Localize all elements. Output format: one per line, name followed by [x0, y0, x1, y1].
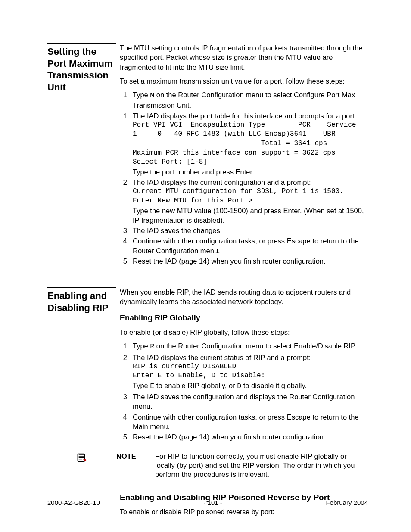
section-mtu: Setting the Port Maxi­mum Transmis­sion … [47, 43, 368, 270]
rip-step2-post-d: D [237, 382, 241, 390]
footer-center: - 101 - [203, 499, 222, 506]
section-rip: Enabling and Dis­abling RIP When you ena… [47, 287, 368, 446]
note-icon-col [47, 452, 116, 466]
side-heading-rip: Enabling and Dis­abling RIP [47, 287, 116, 314]
rip-step-1: Type R on the Router Configuration menu … [131, 341, 368, 352]
rip-step2-post-e: to disable it globally. [241, 382, 307, 389]
footer-right: February 2004 [326, 499, 368, 506]
note-block: NOTE For RIP to function correctly, you … [47, 449, 368, 482]
mtu-step1-code: M [150, 91, 154, 100]
mtu-step1-post: on the Router Configuration menu to sele… [133, 91, 355, 109]
rip-poisoned-intro: To enable or disable RIP poisoned revers… [120, 508, 368, 516]
rip-step2-code: RIP is currently DISABLED Enter E to Ena… [133, 362, 368, 381]
mtu-step-2: The IAD displays the current configurati… [131, 177, 368, 225]
mtu-step1b-post: Type the port number and press Enter. [133, 168, 254, 176]
page-footer: 2000-A2-GB20-10 - 101 - February 2004 [47, 499, 368, 506]
rip-step-3: The IAD saves the configuration and disp… [131, 392, 368, 411]
rip-step-5: Reset the IAD (page 14) when you finish … [131, 432, 368, 442]
note-text: For RIP to function correctly, you must … [155, 452, 368, 479]
rip-steps: Type R on the Router Configuration menu … [120, 341, 368, 442]
rip-step2-post-b: E [150, 382, 154, 390]
mtu-step1-pre: Type [133, 91, 150, 99]
rip-step1-post: on the Router Configuration menu to sele… [154, 342, 356, 350]
mtu-step-1: Type M on the Router Configuration menu … [131, 90, 368, 110]
mtu-step1b-text: The IAD displays the port table for this… [133, 112, 356, 120]
rip-step-2: The IAD displays the current status of R… [131, 353, 368, 392]
rip-subintro: To enable (or disable) RIP globally, fol… [120, 327, 368, 337]
mtu-step2-text: The IAD displays the current configurati… [133, 178, 311, 186]
body-rip: When you enable RIP, the IAD sends routi… [120, 287, 368, 446]
mtu-step2-post: Type the new MTU value (100-1500) and pr… [133, 207, 364, 224]
note-hand-icon [76, 453, 87, 466]
note-label: NOTE [116, 452, 155, 461]
rip-step-4: Continue with other configuration tasks,… [131, 412, 368, 432]
mtu-intro-1: The MTU setting controls IP fragmentatio… [120, 43, 368, 72]
mtu-steps: Type M on the Router Configuration menu … [120, 90, 368, 266]
rip-step1-pre: Type [133, 342, 150, 350]
mtu-step-4: Continue with other configuration tasks,… [131, 236, 368, 255]
mtu-step-5: Reset the IAD (page 14) when you finish … [131, 256, 368, 266]
side-heading-mtu: Setting the Port Maxi­mum Transmis­sion … [47, 43, 116, 93]
body-mtu: The MTU setting controls IP fragmentatio… [120, 43, 368, 270]
mtu-step-1b: The IAD displays the port table for this… [131, 111, 368, 177]
rip-step1-code: R [150, 342, 154, 351]
note-text-col: NOTE For RIP to function correctly, you … [116, 452, 368, 479]
mtu-step-3: The IAD saves the changes. [131, 226, 368, 235]
mtu-port-table: Port VPI VCI Encapsulation Type PCR Serv… [133, 121, 368, 167]
rip-subhead-globally: Enabling RIP Globally [120, 313, 368, 323]
rip-step2-post-a: Type [133, 382, 150, 389]
footer-left: 2000-A2-GB20-10 [47, 499, 100, 506]
mtu-intro-2: To set a maximum transmission unit value… [120, 76, 368, 86]
rip-step2-post-c: to enable RIP globally, or [154, 382, 237, 389]
rip-intro: When you enable RIP, the IAD sends routi… [120, 287, 368, 307]
rip-step2-text: The IAD displays the current status of R… [133, 354, 311, 361]
page: Setting the Port Maxi­mum Transmis­sion … [0, 0, 411, 532]
mtu-step2-code: Current MTU configuration for SDSL, Port… [133, 187, 368, 205]
